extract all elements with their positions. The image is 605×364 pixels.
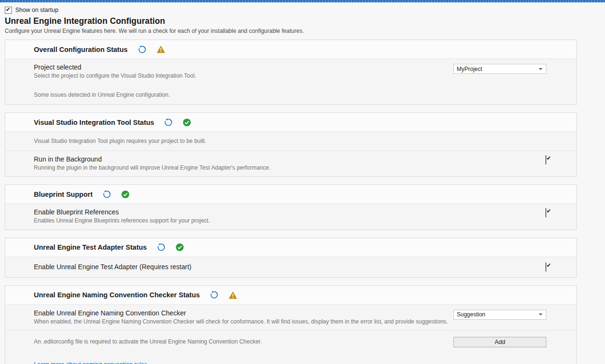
row-description: Running the plugin in the background wil… [34, 164, 472, 172]
status-message: Visual Studio Integration Tool plugin re… [34, 136, 472, 146]
section-header: Unreal Engine Naming Convention Checker … [5, 286, 576, 305]
page-title: Unreal Engine Integration Configuration [5, 16, 600, 26]
run-in-background-checkbox[interactable] [545, 155, 546, 164]
section-header: Overall Configuration Status [5, 40, 576, 59]
plugin-build-message-row: Visual Studio Integration Tool plugin re… [5, 132, 576, 151]
section-test-adapter-status: Unreal Engine Test Adapter Status Enable… [5, 238, 577, 278]
show-on-startup-label: Show on startup [15, 7, 58, 13]
row-description: When enabled, the Unreal Engine Naming C… [34, 318, 472, 325]
refresh-icon[interactable] [138, 45, 146, 54]
success-icon [175, 243, 184, 252]
page-subtitle: Configure your Unreal Engine features he… [5, 28, 600, 34]
section-vs-integration-tool-status: Visual Studio Integration Tool Status Vi… [5, 112, 577, 177]
run-in-background-row: Run in the Background Running the plugin… [5, 151, 576, 176]
section-title: Visual Studio Integration Tool Status [34, 119, 154, 126]
row-label: Enable Blueprint References [34, 208, 472, 216]
status-message: An .editorconfig file is required to act… [34, 337, 472, 346]
refresh-icon[interactable] [210, 291, 218, 299]
section-blueprint-support: Blueprint Support Enable Blueprint Refer… [5, 184, 577, 230]
dropdown-selected-value: MyProject [457, 66, 482, 72]
enable-blueprint-references-row: Enable Blueprint References Enables Unre… [5, 204, 576, 229]
project-selected-row: Project selected Select the project to c… [5, 59, 576, 104]
row-label: Run in the Background [34, 155, 472, 163]
section-title: Unreal Engine Naming Convention Checker … [34, 291, 200, 299]
row-label: Project selected [34, 63, 472, 71]
learn-more-row: Learn more about naming convention rules [5, 353, 576, 364]
editorconfig-required-row: An .editorconfig file is required to act… [5, 330, 576, 353]
section-title: Overall Configuration Status [34, 46, 128, 53]
section-title: Blueprint Support [34, 191, 92, 198]
project-select-dropdown[interactable]: MyProject [453, 64, 546, 74]
configuration-page: Show on startup Unreal Engine Integratio… [0, 2, 605, 364]
section-title: Unreal Engine Test Adapter Status [34, 243, 147, 251]
show-on-startup-checkbox[interactable] [5, 7, 12, 14]
success-icon [121, 190, 130, 199]
chevron-down-icon [539, 313, 543, 315]
section-naming-convention-checker-status: Unreal Engine Naming Convention Checker … [5, 285, 577, 364]
section-overall-configuration-status: Overall Configuration Status Project sel… [5, 40, 577, 105]
row-description: Select the project to configure the Visu… [34, 72, 472, 80]
refresh-icon[interactable] [103, 190, 111, 199]
enable-test-adapter-checkbox[interactable] [545, 263, 546, 272]
section-header: Unreal Engine Test Adapter Status [5, 238, 576, 257]
warning-icon [156, 45, 165, 53]
add-editorconfig-button[interactable]: Add [453, 337, 546, 347]
row-label: Enable Unreal Engine Naming Convention C… [34, 309, 472, 317]
enable-naming-checker-row: Enable Unreal Engine Naming Convention C… [5, 305, 576, 330]
row-description: Enables Unreal Engine Blueprints referen… [34, 217, 472, 224]
section-header: Blueprint Support [5, 185, 576, 204]
naming-checker-severity-dropdown[interactable]: Suggestion [453, 310, 546, 320]
chevron-down-icon [539, 68, 543, 70]
dropdown-selected-value: Suggestion [457, 311, 485, 318]
enable-blueprint-references-checkbox[interactable] [545, 208, 546, 217]
row-label: Enable Unreal Engine Test Adapter (Requi… [34, 263, 472, 271]
enable-test-adapter-row: Enable Unreal Engine Test Adapter (Requi… [5, 257, 576, 277]
success-icon [183, 118, 191, 127]
refresh-icon[interactable] [157, 243, 165, 252]
show-on-startup-row: Show on startup [5, 6, 600, 14]
learn-more-link[interactable]: Learn more about naming convention rules [34, 361, 147, 364]
section-header: Visual Studio Integration Tool Status [5, 113, 576, 132]
refresh-icon[interactable] [164, 118, 173, 127]
warning-icon [228, 291, 237, 299]
status-message: Some issues detected in Unreal Engine co… [34, 90, 472, 100]
